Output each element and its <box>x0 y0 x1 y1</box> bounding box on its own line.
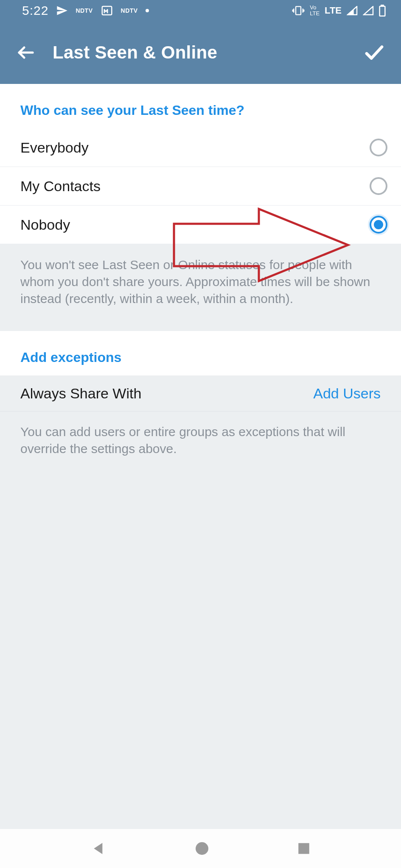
lte-indicator: LTE <box>325 5 342 16</box>
option-nobody[interactable]: Nobody <box>0 206 401 244</box>
system-nav-bar <box>0 829 401 868</box>
signal-icon-2 <box>363 6 374 15</box>
add-users-button[interactable]: Add Users <box>313 385 381 402</box>
paper-plane-icon <box>56 5 68 17</box>
nav-back-button[interactable] <box>90 840 107 857</box>
square-recent-icon <box>297 841 311 856</box>
nav-home-button[interactable] <box>194 841 210 856</box>
app-bar: Last Seen & Online <box>0 21 401 84</box>
confirm-button[interactable] <box>359 38 389 67</box>
vibrate-icon <box>292 6 305 16</box>
arrow-left-icon <box>16 42 36 63</box>
section-who: Who can see your Last Seen time? Everybo… <box>0 84 401 244</box>
screen: 5:22 NDTV NDTV Vo LTE LTE <box>0 0 401 868</box>
radio-icon <box>370 139 387 156</box>
svg-rect-1 <box>296 6 301 14</box>
option-label: My Contacts <box>20 178 101 195</box>
status-bar: 5:22 NDTV NDTV Vo LTE LTE <box>0 0 401 21</box>
svg-rect-2 <box>380 6 385 16</box>
volte-indicator: Vo LTE <box>310 5 320 17</box>
option-label: Everybody <box>20 139 89 156</box>
status-app-label-1: NDTV <box>76 7 93 14</box>
always-share-label: Always Share With <box>20 385 141 402</box>
status-time: 5:22 <box>22 3 48 18</box>
always-share-row[interactable]: Always Share With Add Users <box>0 376 401 411</box>
status-left: 5:22 NDTV NDTV <box>22 3 149 18</box>
section-who-hint: You won't see Last Seen or Online status… <box>0 244 401 322</box>
nav-recent-button[interactable] <box>297 841 311 856</box>
option-everybody[interactable]: Everybody <box>0 128 401 167</box>
status-right: Vo LTE LTE <box>292 5 386 17</box>
my-app-icon <box>101 4 113 17</box>
signal-icon-1 <box>347 6 358 15</box>
page-title: Last Seen & Online <box>53 42 217 63</box>
section-gap <box>0 322 401 331</box>
status-dot-icon <box>146 9 149 12</box>
back-button[interactable] <box>11 38 41 67</box>
svg-rect-5 <box>298 843 309 854</box>
radio-icon-selected <box>370 216 387 234</box>
section-exceptions: Add exceptions <box>0 331 401 376</box>
option-my-contacts[interactable]: My Contacts <box>0 167 401 206</box>
circle-home-icon <box>194 841 210 856</box>
volte-bottom: LTE <box>310 10 320 17</box>
section-who-title: Who can see your Last Seen time? <box>0 84 401 128</box>
triangle-back-icon <box>90 840 107 857</box>
radio-icon <box>370 177 387 195</box>
battery-icon <box>379 5 386 17</box>
volte-top: Vo <box>310 4 316 11</box>
status-app-label-2: NDTV <box>121 7 138 14</box>
check-icon <box>363 41 386 64</box>
option-label: Nobody <box>20 217 70 233</box>
section-exceptions-hint: You can add users or entire groups as ex… <box>0 411 401 472</box>
section-exceptions-title: Add exceptions <box>0 331 401 376</box>
svg-rect-3 <box>381 5 383 6</box>
svg-point-4 <box>196 842 208 855</box>
